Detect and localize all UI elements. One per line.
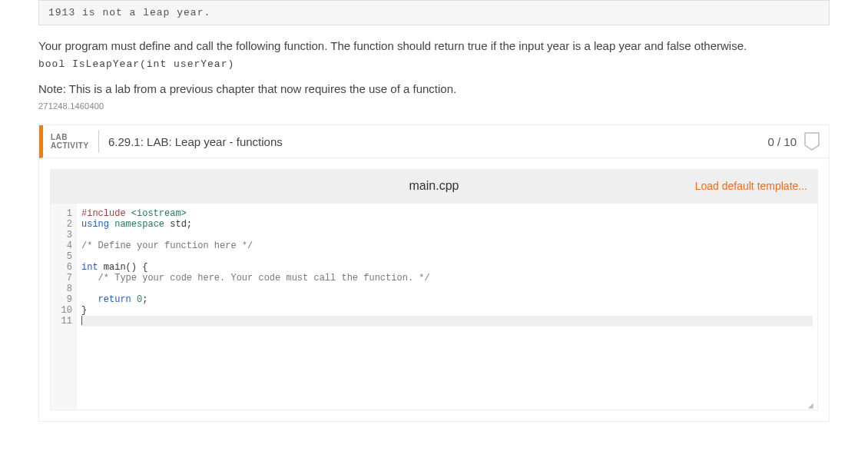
line-number: 5 — [58, 251, 72, 262]
code-line[interactable]: /* Define your function here */ — [81, 240, 813, 251]
code-editor[interactable]: 1234567891011 #include <iostream>using n… — [50, 203, 818, 410]
code-line[interactable]: #include <iostream> — [81, 208, 813, 219]
code-line[interactable]: } — [81, 305, 813, 316]
score-wrap: 0 / 10 — [767, 132, 820, 151]
line-number-gutter: 1234567891011 — [51, 204, 77, 410]
line-number: 4 — [58, 240, 72, 251]
instruction-paragraph: Your program must define and call the fo… — [38, 38, 830, 54]
file-tab-bar: main.cpp Load default template... — [50, 169, 818, 203]
line-number: 11 — [58, 316, 72, 327]
lab-label-line2: ACTIVITY — [51, 141, 95, 150]
line-number: 7 — [58, 273, 72, 284]
score-text: 0 / 10 — [767, 135, 797, 148]
note-paragraph: Note: This is a lab from a previous chap… — [38, 82, 830, 95]
score-badge-icon — [804, 132, 820, 151]
header-divider — [98, 130, 99, 153]
line-number: 2 — [58, 219, 72, 230]
line-number: 3 — [58, 230, 72, 240]
code-line[interactable]: /* Type your code here. Your code must c… — [81, 273, 813, 284]
line-number: 6 — [58, 262, 72, 273]
code-line[interactable]: int main() { — [81, 262, 813, 273]
line-number: 9 — [58, 294, 72, 305]
code-line[interactable] — [81, 251, 813, 262]
code-line[interactable]: return 0; — [81, 294, 813, 305]
line-number: 1 — [58, 208, 72, 219]
internal-id-code: 271248.1460400 — [38, 101, 830, 111]
lab-activity-box: LAB ACTIVITY 6.29.1: LAB: Leap year - fu… — [38, 124, 830, 422]
activity-title: 6.29.1: LAB: Leap year - functions — [108, 135, 283, 148]
resize-handle-icon[interactable]: ◢ — [808, 400, 816, 408]
lab-label-line1: LAB — [51, 133, 95, 141]
lab-label: LAB ACTIVITY — [51, 133, 95, 150]
lab-activity-header: LAB ACTIVITY 6.29.1: LAB: Leap year - fu… — [39, 125, 829, 158]
sample-output-block: 1913 is not a leap year. — [38, 0, 830, 25]
line-number: 8 — [58, 284, 72, 294]
load-default-template-link[interactable]: Load default template... — [695, 180, 807, 192]
code-line[interactable] — [81, 316, 813, 327]
function-signature: bool IsLeapYear(int userYear) — [38, 58, 830, 70]
code-line[interactable] — [81, 230, 813, 240]
code-content[interactable]: #include <iostream>using namespace std; … — [77, 204, 817, 410]
editor-frame: main.cpp Load default template... 123456… — [39, 158, 829, 421]
code-line[interactable] — [81, 284, 813, 294]
code-line[interactable]: using namespace std; — [81, 219, 813, 230]
line-number: 10 — [58, 305, 72, 316]
